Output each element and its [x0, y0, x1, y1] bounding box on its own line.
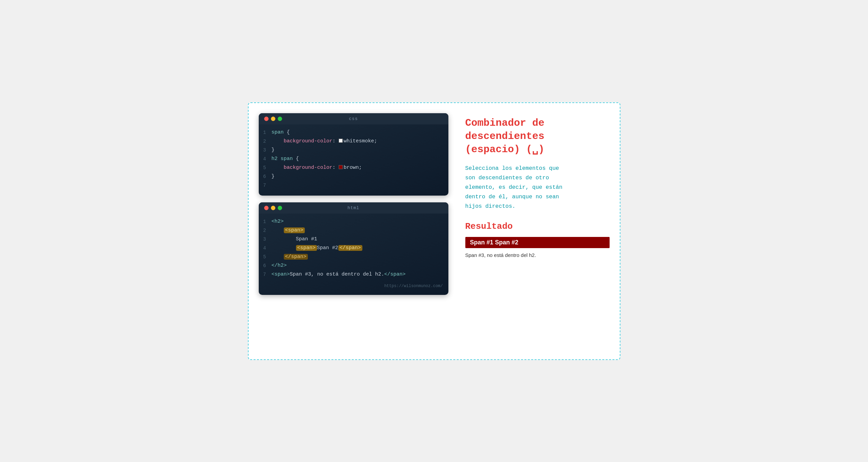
css-window-title: css — [349, 116, 358, 121]
result-normal-text: Span #3, no está dentro del h2. — [465, 252, 610, 258]
code-line: 5 </span> — [259, 254, 448, 262]
code-line: 1 span { — [259, 129, 448, 138]
color-swatch-brown — [339, 165, 343, 169]
right-panel: Combinador de descendientes (espacio) (␣… — [462, 113, 610, 349]
dot-yellow — [271, 117, 275, 121]
title-line1: Combinador de — [465, 117, 545, 129]
code-line: 7 <span>Span #3, no está dentro del h2.<… — [259, 271, 448, 280]
window-dots-html — [264, 206, 282, 210]
dot-green — [278, 117, 282, 121]
html-code-window: html 1 <h2> 2 <span> 3 Span #1 — [259, 202, 448, 295]
title-line2: descendientes — [465, 130, 545, 142]
dot-red-html — [264, 206, 269, 210]
code-line: 1 <h2> — [259, 218, 448, 227]
code-line: 6 </h2> — [259, 262, 448, 271]
main-card: css 1 span { 2 background-color: whitesm… — [248, 102, 620, 360]
html-window-title: html — [347, 205, 359, 210]
code-line: 2 background-color: whitesmoke; — [259, 138, 448, 147]
html-titlebar: html — [259, 202, 448, 214]
css-code-window: css 1 span { 2 background-color: whitesm… — [259, 113, 448, 196]
css-titlebar: css — [259, 113, 448, 124]
color-swatch-whitesmoke — [339, 139, 343, 143]
code-line: 4 <span>Span #2</span> — [259, 245, 448, 254]
title-line3: (espacio) (␣) — [465, 144, 545, 155]
code-line: 3 } — [259, 147, 448, 156]
code-line: 3 Span #1 — [259, 236, 448, 245]
dot-yellow-html — [271, 206, 275, 210]
dot-red — [264, 117, 269, 121]
combinador-title: Combinador de descendientes (espacio) (␣… — [465, 117, 610, 156]
code-line: 7 — [259, 182, 448, 191]
result-highlighted-text: Span #1 Span #2 — [465, 237, 610, 248]
code-line: 5 background-color: brown; — [259, 164, 448, 173]
result-demo: Span #1 Span #2 Span #3, no está dentro … — [465, 237, 610, 258]
code-line: 4 h2 span { — [259, 156, 448, 164]
description-text: Selecciona los elementos que son descend… — [465, 164, 610, 211]
code-line: 2 <span> — [259, 227, 448, 236]
window-dots — [264, 117, 282, 121]
css-code-body: 1 span { 2 background-color: whitesmoke;… — [259, 124, 448, 196]
code-line: 6 } — [259, 173, 448, 182]
html-code-body: 1 <h2> 2 <span> 3 Span #1 4 < — [259, 214, 448, 295]
url-label: https://wilsonmunoz.com/ — [384, 284, 443, 288]
left-panel: css 1 span { 2 background-color: whitesm… — [259, 113, 448, 349]
resultado-title: Resultado — [465, 221, 610, 232]
dot-green-html — [278, 206, 282, 210]
